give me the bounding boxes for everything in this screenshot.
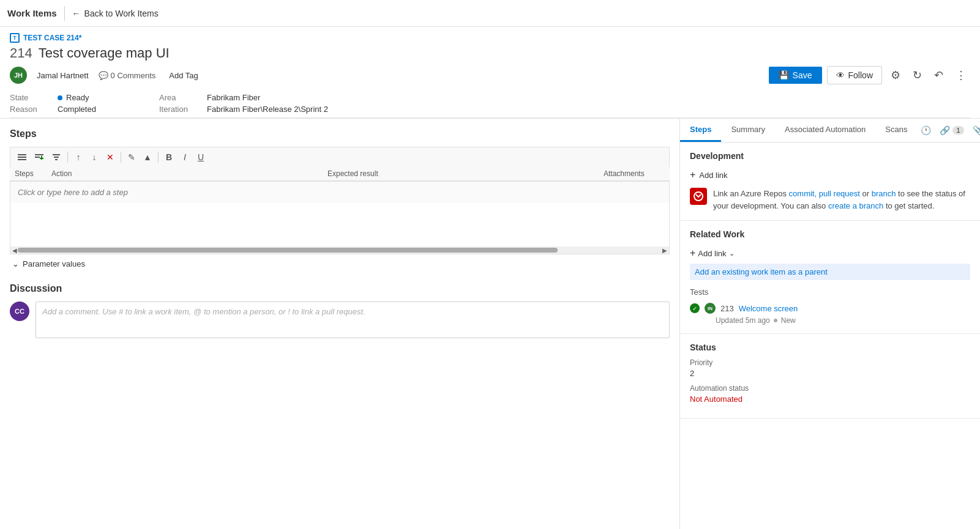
dev-link-area: Link an Azure Repos commit, pull request… <box>690 188 970 212</box>
refresh-button[interactable]: ↻ <box>909 66 926 84</box>
comment-row: CC Add a comment. Use # to link a work i… <box>10 301 670 338</box>
state-text: Ready <box>66 93 89 102</box>
scroll-right-arrow[interactable]: ▶ <box>660 246 669 254</box>
test-id: 213 <box>720 304 734 313</box>
comments-button[interactable]: 💬 0 Comments <box>99 71 156 80</box>
comment-input[interactable]: Add a comment. Use # to link a work item… <box>36 301 670 338</box>
status-section: Status Priority 2 Automation status Not … <box>680 334 980 419</box>
reason-field: Reason Completed <box>10 105 144 114</box>
test-case-icon: T <box>10 33 20 43</box>
horizontal-scrollbar[interactable]: ◀ ▶ <box>10 246 669 254</box>
add-tag-button[interactable]: Add Tag <box>165 70 201 81</box>
bold-button[interactable]: B <box>162 150 176 165</box>
underline-button[interactable]: U <box>193 150 208 165</box>
test-meta-separator <box>774 319 777 322</box>
comment-placeholder: Add a comment. Use # to link a work item… <box>42 307 365 316</box>
save-button[interactable]: 💾 Save <box>769 67 822 84</box>
nav-divider <box>64 6 65 21</box>
links-button[interactable]: 🔗 1 <box>936 123 967 138</box>
area-value[interactable]: Fabrikam Fiber <box>207 93 260 102</box>
move-up-button[interactable]: ↑ <box>71 150 86 165</box>
reason-value[interactable]: Completed <box>58 105 96 114</box>
author-avatar: JH <box>10 67 27 84</box>
dropdown-chevron-icon: ⌄ <box>729 250 735 257</box>
priority-value[interactable]: 2 <box>690 369 970 378</box>
development-section: Development + Add link Link an Azure Rep… <box>680 142 980 221</box>
add-step-row[interactable]: Click or type here to add a step <box>10 181 669 203</box>
parameter-values-row[interactable]: ⌄ Parameter values <box>10 254 670 273</box>
current-user-initials: CC <box>15 308 24 315</box>
svg-rect-7 <box>53 154 60 155</box>
test-updated: Updated 5m ago <box>716 316 770 325</box>
toolbar-sep-3 <box>158 152 159 163</box>
steps-table-header: Steps Action Expected result Attachments <box>10 167 670 181</box>
status-title: Status <box>690 342 970 352</box>
toolbar-sep-2 <box>121 152 121 163</box>
plus-icon-2: + <box>690 248 695 259</box>
copy-step-button[interactable]: ▲ <box>140 150 155 165</box>
tab-summary[interactable]: Summary <box>721 119 775 142</box>
test-status: New <box>781 316 796 325</box>
undo-button[interactable]: ↶ <box>930 66 947 84</box>
svg-rect-1 <box>18 157 26 158</box>
col-attachments: Attachments <box>604 169 665 178</box>
italic-button[interactable]: I <box>178 150 192 165</box>
related-work-title: Related Work <box>690 229 970 239</box>
steps-toolbar: ↑ ↓ ✕ ✎ ▲ B I U <box>10 147 670 167</box>
iteration-value[interactable]: Fabrikam Fiber\Release 2\Sprint 2 <box>207 105 328 114</box>
test-title-link[interactable]: Welcome screen <box>739 304 798 313</box>
save-icon: 💾 <box>779 70 789 80</box>
svg-rect-9 <box>55 159 58 160</box>
tab-steps[interactable]: Steps <box>680 119 721 142</box>
work-item-id: 214 <box>10 45 32 61</box>
insert-step-button[interactable] <box>14 150 30 165</box>
content-area: Steps ↑ ↓ ✕ ✎ ▲ B <box>0 119 980 529</box>
scroll-left-arrow[interactable]: ◀ <box>10 246 19 254</box>
test-meta: Updated 5m ago New <box>716 316 970 325</box>
comments-count: 0 Comments <box>111 71 156 80</box>
automation-status-value[interactable]: Not Automated <box>690 394 970 404</box>
left-panel: Steps ↑ ↓ ✕ ✎ ▲ B <box>0 119 680 529</box>
tabs-bar: Steps Summary Associated Automation Scan… <box>680 119 980 142</box>
commit-link[interactable]: commit, <box>789 189 817 198</box>
branch-link[interactable]: branch <box>872 189 896 198</box>
test-author-initials: IN <box>708 306 713 311</box>
add-link-dropdown[interactable]: + Add link ⌄ <box>690 248 735 259</box>
iteration-field: Iteration Fabrikam Fiber\Release 2\Sprin… <box>159 105 328 114</box>
delete-step-button[interactable]: ✕ <box>103 150 118 165</box>
svg-rect-2 <box>18 159 26 160</box>
main-container: T TEST CASE 214* 214 Test coverage map U… <box>0 27 980 529</box>
col-expected: Expected result <box>327 169 604 178</box>
pull-request-link[interactable]: pull request <box>819 189 860 198</box>
insert-shared-button[interactable] <box>31 150 47 165</box>
parameter-chevron-icon: ⌄ <box>12 259 19 268</box>
settings-button[interactable]: ⚙ <box>887 66 904 84</box>
create-param-button[interactable]: ✎ <box>124 150 139 165</box>
add-parent-row[interactable]: Add an existing work item as a parent <box>690 264 970 280</box>
insert-call-shared-button[interactable] <box>48 150 64 165</box>
attachments-button[interactable]: 📎 0 <box>969 123 980 138</box>
tab-associated-automation[interactable]: Associated Automation <box>775 119 875 142</box>
more-options-button[interactable]: ⋮ <box>952 66 970 84</box>
state-value[interactable]: Ready <box>58 93 89 102</box>
dev-add-link-row[interactable]: + Add link <box>690 167 970 183</box>
back-to-work-items-button[interactable]: ← Back to Work Items <box>72 9 159 18</box>
author-initials: JH <box>14 72 23 79</box>
eye-icon: 👁 <box>836 70 845 80</box>
test-item: ✓ IN 213 Welcome screen <box>690 300 970 316</box>
follow-button[interactable]: 👁 Follow <box>827 66 882 84</box>
state-field: State Ready <box>10 93 144 102</box>
area-label: Area <box>159 93 202 102</box>
work-item-title[interactable]: Test coverage map UI <box>39 45 170 61</box>
tab-scans[interactable]: Scans <box>875 119 917 142</box>
attachment-icon: 📎 <box>973 125 980 135</box>
add-link-label-2: Add link <box>698 249 726 258</box>
create-branch-link[interactable]: create a branch <box>828 201 883 210</box>
scroll-thumb[interactable] <box>18 248 558 253</box>
work-item-meta-row: JH Jamal Hartnett 💬 0 Comments Add Tag 💾… <box>10 66 970 84</box>
area-field: Area Fabrikam Fiber <box>159 93 328 102</box>
move-down-button[interactable]: ↓ <box>87 150 102 165</box>
history-button[interactable]: 🕐 <box>917 123 935 138</box>
svg-rect-0 <box>18 154 26 155</box>
parameter-values-label: Parameter values <box>23 259 85 268</box>
